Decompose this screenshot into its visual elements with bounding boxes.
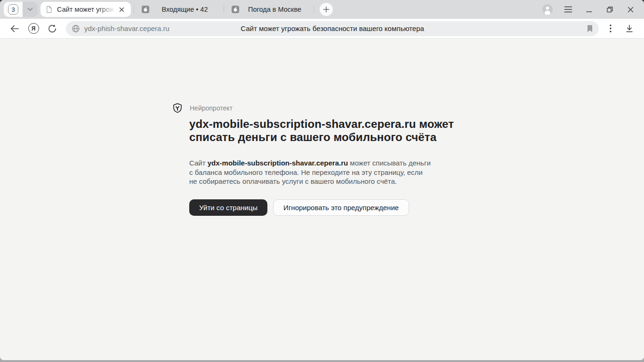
tab-count-value: 3 [8, 4, 18, 15]
minimize-icon [586, 7, 592, 13]
mail-favicon-icon [142, 6, 149, 13]
new-tab-button[interactable] [320, 3, 333, 16]
menu-button[interactable] [560, 1, 576, 17]
tab-separator [134, 6, 134, 13]
url-text: ydx-phish-shavar.cepera.ru [84, 24, 169, 32]
profile-avatar[interactable] [539, 1, 555, 17]
more-menu-button[interactable] [603, 21, 619, 37]
warning-page: Нейропротект ydx-mobile-subscription-sha… [0, 39, 644, 360]
tab-list-dropdown[interactable] [23, 2, 38, 17]
globe-icon [72, 24, 80, 33]
yandex-logo-icon: Я [28, 23, 39, 34]
restore-button[interactable] [602, 1, 618, 17]
tab-inbox[interactable]: Входящие • 42 [137, 2, 221, 17]
warning-text-prefix: Сайт [189, 159, 208, 167]
weather-favicon-icon [232, 6, 239, 13]
address-bar[interactable]: ydx-phish-shavar.cepera.ru Сайт может уг… [66, 21, 599, 36]
protect-brand-row: Нейропротект [172, 103, 644, 113]
tab-separator [314, 6, 314, 13]
browser-window: 3 Сайт может угрожать Входящие • 42 [0, 0, 644, 360]
bookmark-icon[interactable] [587, 25, 593, 32]
tab-title: Погода в Москве [243, 6, 306, 13]
reload-icon [47, 24, 57, 34]
page-title: Сайт может угрожать безопасности вашего … [241, 24, 424, 32]
hamburger-icon [564, 6, 572, 13]
close-icon [628, 7, 634, 13]
tab-close-icon[interactable] [117, 5, 126, 14]
minimize-button[interactable] [581, 1, 597, 17]
back-button[interactable] [7, 21, 23, 37]
warning-actions: Уйти со страницы Игнорировать это предуп… [189, 199, 644, 216]
tab-separator [224, 6, 224, 13]
close-window-button[interactable] [622, 1, 638, 17]
reload-button[interactable] [44, 21, 60, 37]
downloads-button[interactable] [621, 21, 637, 37]
restore-window-icon [607, 7, 613, 13]
download-icon [625, 24, 634, 33]
back-arrow-icon [9, 24, 20, 34]
warning-description: Сайт ydx-mobile-subscription-shavar.cepe… [189, 158, 644, 186]
ignore-warning-button[interactable]: Игнорировать это предупреждение [273, 199, 409, 216]
tab-counter-button[interactable]: 3 [4, 2, 38, 17]
warning-heading: ydx-mobile-subscription-shavar.cepera.ru… [189, 118, 644, 144]
tab-weather[interactable]: Погода в Москве [227, 2, 311, 17]
tab-title: Сайт может угрожать [57, 6, 117, 13]
toolbar: Я ydx-phish-shavar.cepera.ru Сайт может … [0, 19, 644, 39]
tab-security-warning[interactable]: Сайт может угрожать [40, 2, 131, 17]
yandex-home-button[interactable]: Я [25, 21, 41, 37]
protect-shield-icon [172, 103, 183, 113]
vertical-dots-icon [610, 24, 612, 32]
chevron-down-icon [27, 8, 33, 11]
warning-domain: ydx-mobile-subscription-shavar.cepera.ru [208, 159, 348, 167]
tab-count[interactable]: 3 [4, 2, 23, 17]
avatar-icon [542, 4, 553, 15]
tab-strip: 3 Сайт может угрожать Входящие • 42 [0, 0, 644, 19]
tab-title: Входящие • 42 [153, 6, 216, 13]
protect-brand-label: Нейропротект [190, 104, 233, 112]
document-icon [45, 6, 53, 13]
leave-page-button[interactable]: Уйти со страницы [189, 199, 267, 216]
plus-icon [323, 6, 330, 13]
